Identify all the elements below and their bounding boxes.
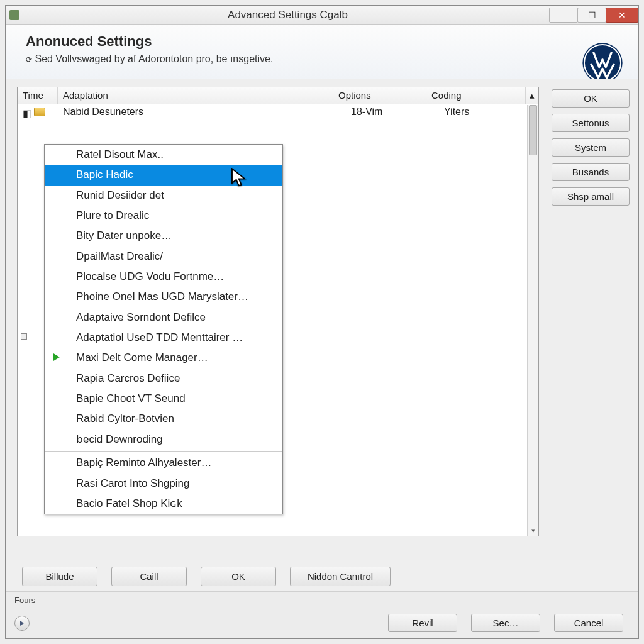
sec-button[interactable]: Sec… (471, 614, 540, 632)
dropdown-item[interactable]: Rasi Carot Into Shgping (45, 474, 282, 494)
subtitle-text: Sed Vollvswaged by af Adorontoton pro, b… (35, 53, 273, 64)
window-title: Advanced Settings Cgalb (26, 9, 550, 21)
niddon-control-button[interactable]: Niddon Canıtrol (290, 567, 391, 586)
shsp-amall-button[interactable]: Shsp amall (552, 187, 630, 206)
col-coding[interactable]: Coding (426, 87, 526, 104)
system-button[interactable]: System (552, 138, 630, 157)
col-options[interactable]: Options (333, 87, 426, 104)
caill-button[interactable]: Caill (111, 567, 187, 586)
app-icon (9, 10, 19, 20)
dropdown-item[interactable]: Bity Dater unpoke… (45, 226, 282, 246)
side-buttons: OK Settonus System Busands Shsp amall (552, 87, 630, 553)
col-adaptation[interactable]: Adaptation (58, 87, 333, 104)
bottom-bar: Billude Caill OK Niddon Canıtrol (6, 560, 638, 591)
dropdown-item[interactable]: Bacio Fatel Shop Kiɢk (45, 494, 282, 514)
col-time[interactable]: Time (18, 87, 58, 104)
dropdown-separator (45, 451, 282, 452)
dropdown-item[interactable]: Rapia Carcros Defiice (45, 369, 282, 389)
settonus-button[interactable]: Settonus (552, 114, 630, 132)
row-coding: Yiters (439, 104, 538, 119)
dropdown-item[interactable]: Plocalse UDG Vodu Fortnme… (45, 267, 282, 287)
busands-button[interactable]: Busands (552, 163, 630, 181)
sort-icon: ◧ (23, 108, 31, 116)
col-scroll-up[interactable]: ▴ (526, 87, 538, 104)
play-icon (19, 620, 25, 626)
dropdown-item[interactable]: Phoine Onel Mas UGD Maryslater… (45, 287, 282, 307)
item-indicator-icon (21, 333, 27, 340)
window: Advanced Settings Cgalb — ☐ ✕ Anonuced S… (5, 5, 639, 639)
dropdown-item[interactable]: Ratel Disout Max.. (45, 145, 282, 165)
ok-bottom-button[interactable]: OK (201, 567, 276, 586)
dropdown-item[interactable]: DpailMast Drealic/ (45, 247, 282, 267)
dropdown-item[interactable]: Maxi Delt Come Manager… (45, 348, 282, 368)
row-options: 18-Vim (346, 104, 439, 119)
dropdown-item[interactable]: Bapie Choot VT Seund (45, 389, 282, 409)
close-button[interactable]: ✕ (606, 8, 638, 23)
dropdown-item[interactable]: Rabid Cyltor-Botvien (45, 409, 282, 429)
titlebar: Advanced Settings Cgalb — ☐ ✕ (6, 6, 638, 25)
dropdown-item[interactable]: Adaptaive Sorndont Defilce (45, 308, 282, 328)
status-bar: Fours (6, 591, 638, 610)
dropdown-item[interactable]: Plure to Drealic (45, 206, 282, 226)
billude-button[interactable]: Billude (22, 567, 97, 586)
folder-icon (34, 108, 45, 116)
row-adaptation: Nabid Desuneters (58, 104, 346, 119)
table-header: Time Adaptation Options Coding ▴ (18, 87, 538, 104)
page-heading: Anonuced Settings (26, 33, 626, 50)
play-button[interactable] (14, 616, 30, 631)
adaptation-dropdown[interactable]: Ratel Disout Max.. Bapic Hadic Runid Des… (44, 144, 283, 514)
maximize-button[interactable]: ☐ (577, 8, 606, 23)
row-time-cell: ◧ (18, 106, 58, 118)
revil-button[interactable]: Revil (388, 614, 457, 632)
svg-point-0 (582, 43, 622, 82)
ok-button[interactable]: OK (552, 89, 630, 108)
vertical-scrollbar[interactable]: ▾ (527, 105, 538, 536)
status-label: Fours (14, 596, 35, 605)
cancel-button[interactable]: Cancel (554, 614, 623, 632)
header-band: Anonuced Settings ⟳ Sed Vollvswaged by a… (6, 25, 638, 79)
vw-logo-icon (582, 42, 623, 84)
minimize-button[interactable]: — (549, 8, 578, 23)
dropdown-item[interactable]: Adaptatiol UseD TDD Menttairer … (45, 328, 282, 348)
dropdown-item[interactable]: Bapiç Reminto Alhyalester… (45, 453, 282, 473)
mouse-cursor-icon (231, 168, 248, 190)
footer-actions: Revil Sec… Cancel (6, 610, 638, 638)
dropdown-item[interactable]: ƃecid Dewnroding (45, 430, 282, 450)
window-controls: — ☐ ✕ (550, 8, 638, 23)
page-subtitle: ⟳ Sed Vollvswaged by af Adorontoton pro,… (26, 53, 626, 65)
scroll-down-icon[interactable]: ▾ (528, 526, 538, 535)
scroll-thumb[interactable] (529, 105, 537, 155)
active-arrow-icon (53, 353, 60, 361)
table-row[interactable]: ◧ Nabid Desuneters 18-Vim Yiters (18, 104, 538, 119)
